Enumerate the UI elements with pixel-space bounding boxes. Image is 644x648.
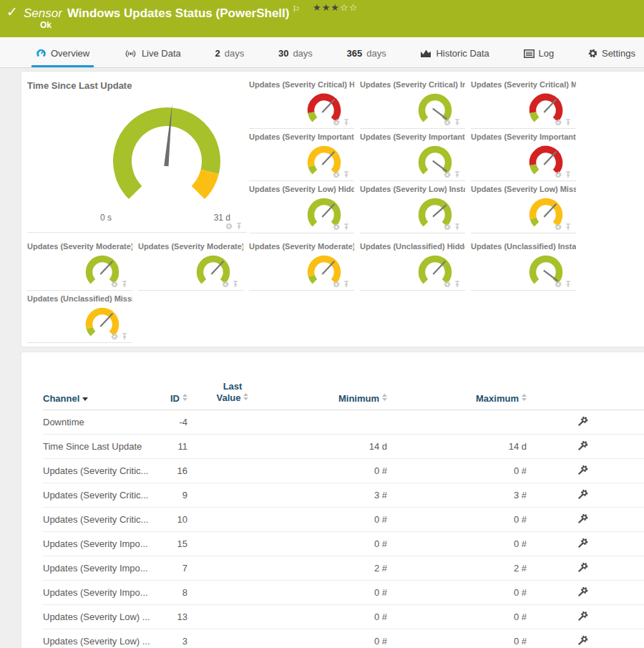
tab-days365[interactable]: 365days [343,48,391,67]
column-header-channel[interactable]: Channel [43,393,165,404]
tile-gear-icon[interactable] [444,281,451,288]
channel-settings-icon[interactable] [577,488,589,500]
gear-icon[interactable] [588,49,597,58]
tile-gear-icon[interactable] [444,119,451,126]
pin-icon[interactable] [565,119,572,126]
tab-label: Historic Data [436,48,489,59]
gauge-tile[interactable]: Updates (Severity Moderate) ... [27,242,132,291]
gauge-tile[interactable]: Updates (Severity Low) Missi... [471,185,576,233]
tile-gear-icon[interactable] [333,223,340,231]
cell-channel[interactable]: Time Since Last Update [43,441,165,452]
cell-channel[interactable]: Updates (Severity Low) ... [43,611,165,622]
sort-icon[interactable] [522,394,527,401]
pin-icon[interactable] [343,119,350,126]
cell-channel[interactable]: Updates (Severity Impo... [43,587,165,598]
pin-icon[interactable] [565,223,572,231]
star-filled-icon[interactable]: ★ [313,2,322,13]
cell-channel[interactable]: Updates (Severity Impo... [43,538,165,549]
pin-icon[interactable] [343,223,350,231]
pin-icon[interactable] [454,171,461,178]
pin-icon[interactable] [121,333,128,340]
tile-gear-icon[interactable] [333,119,340,126]
gauge-tile[interactable]: Updates (Severity Low) Install... [360,185,465,233]
priority-stars[interactable]: ★★★☆☆ [313,2,358,13]
channel-settings-icon[interactable] [577,586,589,598]
gauge-tile[interactable]: Updates (Severity Important) ... [471,132,576,181]
channel-settings-icon[interactable] [577,440,589,452]
star-filled-icon[interactable]: ★ [331,2,340,13]
cell-channel[interactable]: Downtime [43,417,165,427]
live-data-icon [124,49,137,59]
gauge-tile[interactable]: Updates (Unclassified) Hidden [360,242,465,291]
tile-gear-icon[interactable] [444,223,451,231]
channel-settings-icon[interactable] [577,634,589,647]
tile-gear-icon[interactable] [333,171,340,178]
tab-overview[interactable]: Overview [31,48,94,67]
cell-channel[interactable]: Updates (Severity Critic... [43,514,165,525]
sort-icon[interactable] [243,393,248,400]
pin-icon[interactable] [565,171,572,178]
tile-gear-icon[interactable] [225,223,233,230]
column-header-minimum[interactable]: Minimum [272,393,390,404]
gauge-tile-title: Updates (Unclassified) Install... [471,242,576,251]
tile-gear-icon[interactable] [111,281,118,288]
cell-id: 15 [165,538,193,549]
pin-icon[interactable] [235,223,243,230]
gauge-tile[interactable]: Updates (Unclassified) Missing [27,294,132,343]
cell-channel[interactable]: Updates (Severity Low) ... [43,636,165,647]
sort-desc-icon[interactable] [82,397,88,401]
tile-gear-icon[interactable] [555,171,562,178]
tile-gear-icon[interactable] [222,281,229,288]
pin-icon[interactable] [454,119,461,126]
gauge-tile[interactable]: Updates (Severity Important) ... [360,132,465,181]
pin-icon[interactable] [565,281,572,288]
pin-icon[interactable] [343,171,350,178]
tab-live-data[interactable]: Live Data [119,48,185,67]
channel-settings-icon[interactable] [577,537,589,549]
channel-settings-icon[interactable] [577,415,589,427]
flag-icon[interactable]: ⚐ [292,4,300,14]
tab-log[interactable]: Log [519,48,559,67]
tile-gear-icon[interactable] [444,171,451,178]
tab-days2[interactable]: 2days [211,48,249,67]
tab-historic-data[interactable]: Historic Data [416,48,493,67]
sort-icon[interactable] [382,394,387,401]
tile-gear-icon[interactable] [555,119,562,126]
gauge-tile[interactable]: Updates (Severity Critical) Hi... [249,80,354,129]
pin-icon[interactable] [454,281,461,288]
pin-icon[interactable] [454,223,461,231]
column-header-maximum[interactable]: Maximum [390,393,530,404]
star-empty-icon[interactable]: ☆ [349,2,358,13]
tile-gear-icon[interactable] [555,223,562,231]
channel-settings-icon[interactable] [577,464,589,476]
cell-channel[interactable]: Updates (Severity Critic... [43,465,165,476]
gauge-tile[interactable]: Updates (Unclassified) Install... [471,242,576,291]
channel-settings-icon[interactable] [577,610,589,622]
tile-gear-icon[interactable] [333,281,340,288]
cell-minimum: 0 # [272,587,390,598]
gauge-tile[interactable]: Updates (Severity Critical) Ins... [360,80,465,129]
channel-settings-icon[interactable] [577,561,589,574]
pin-icon[interactable] [343,281,350,288]
tile-gear-icon[interactable] [111,333,118,340]
gauge-tile-time-since-last-update[interactable]: Time Since Last Update0 s31 d [27,80,247,233]
star-filled-icon[interactable]: ★ [322,2,331,13]
tab-days30[interactable]: 30days [274,48,317,67]
gauge-tile[interactable]: Updates (Severity Important) ... [249,132,354,181]
gauge-tile[interactable]: Updates (Severity Low) Hidden [249,185,354,233]
gauge-tile[interactable]: Updates (Severity Moderate) I... [138,242,243,291]
tab-settings[interactable]: Settings [584,48,640,67]
pin-icon[interactable] [121,281,128,288]
star-empty-icon[interactable]: ☆ [340,2,349,13]
cell-channel[interactable]: Updates (Severity Impo... [43,563,165,574]
gauge-tile[interactable]: Updates (Severity Moderate) ... [249,242,354,291]
channel-settings-icon[interactable] [577,513,589,525]
column-header-last-value[interactable]: LastValue [193,381,272,405]
column-header-id[interactable]: ID [165,393,193,404]
sort-icon[interactable] [182,394,187,401]
tile-gear-icon[interactable] [555,281,562,288]
pin-icon[interactable] [232,281,239,288]
gauge-tile[interactable]: Updates (Severity Critical) Mi... [471,80,576,129]
cell-channel[interactable]: Updates (Severity Critic... [43,490,165,500]
cell-minimum: 0 # [272,465,390,476]
